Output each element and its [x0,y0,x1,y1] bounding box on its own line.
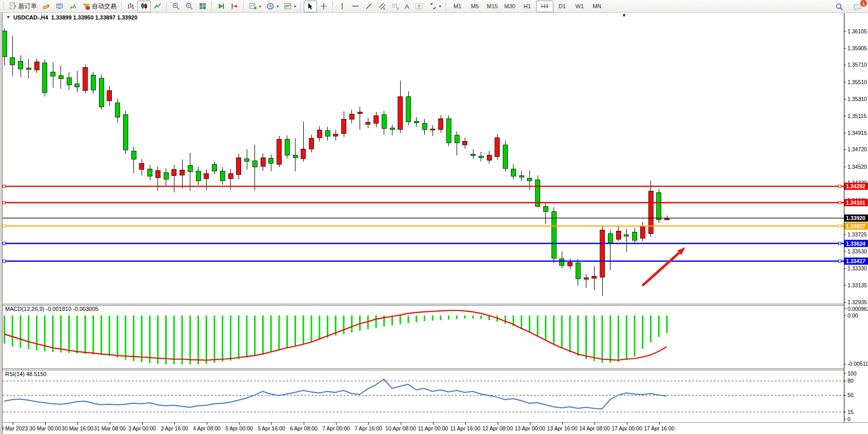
candle [382,114,386,128]
templates-button[interactable]: ▾ [281,1,299,12]
chevron-down-icon: ▾ [294,4,296,9]
candle [140,163,144,169]
timeframe-M1[interactable]: M1 [449,1,466,12]
line-handle[interactable] [839,260,841,263]
crosshair-tool-button[interactable] [317,1,330,12]
candle [414,121,419,123]
candlestick-chart-icon [140,2,148,10]
candle [252,161,257,167]
date-label: 3 Apr 00:00 [128,425,156,431]
arrows-tool[interactable]: ▾ [426,1,444,12]
auto-trading-button[interactable]: 自动交易 [80,1,119,12]
candle [358,112,362,113]
equidistant-channel-tool[interactable]: E [376,1,389,12]
line-handle[interactable] [839,202,841,204]
candle [471,154,476,155]
timeframe-M5[interactable]: M5 [466,1,484,12]
zoom-out-button[interactable] [183,1,196,12]
date-label: 11 Apr 16:00 [450,425,481,431]
zoom-in-button[interactable] [169,1,183,12]
timeframe-M15[interactable]: M15 [484,1,501,12]
auto-scroll-button[interactable] [214,1,228,12]
text-tool-icon: A [405,3,409,10]
price-chart[interactable]: 1.361051.359051.357101.355101.353101.351… [0,13,868,434]
tile-windows-button[interactable] [196,1,209,12]
line-handle[interactable] [3,242,6,245]
candle [592,276,597,278]
axis-tick-label: 1.35510 [847,79,867,85]
candle [91,75,95,90]
candle [463,141,467,145]
timeframe-H4[interactable]: H4 [536,1,554,12]
toolbar-separator [446,2,447,11]
price-label-text: 1.33624 [846,241,865,247]
timeframe-M30[interactable]: M30 [501,1,519,12]
date-label: 13 Apr 16:00 [547,425,578,431]
date-label: 29 Mar 2023 [0,425,28,431]
vertical-line-tool[interactable] [336,1,349,12]
timeframe-H1[interactable]: H1 [519,1,536,12]
candle [527,178,532,181]
axis-tick-label: 1.35905 [847,45,867,51]
chart-title: ▼ USDCAD-,H4 1.33899 1.33950 1.33897 1.3… [6,14,137,21]
price-label-text: 1.33920 [846,215,865,221]
candle [301,149,306,159]
axis-tick-label: 1.35310 [847,96,867,102]
indicators-button[interactable]: ▾ [246,1,264,12]
candle [26,68,31,69]
collapse-triangle-icon[interactable]: ▼ [6,15,10,19]
timeframe-W1[interactable]: W1 [571,1,588,12]
axis-tick-label: 1.33330 [847,265,867,271]
date-label: 10 Apr 08:00 [385,425,416,431]
profiles-button[interactable] [53,1,66,12]
line-handle[interactable] [3,202,6,204]
chart-shift-button[interactable] [228,1,241,12]
line-handle[interactable] [839,185,841,188]
candle [245,159,249,161]
candle [439,119,443,129]
indicators-icon [249,2,257,10]
trendline-tool[interactable] [362,1,376,12]
new-order-button[interactable]: 新订单 [6,1,40,12]
fibonacci-tool[interactable]: F [389,1,402,12]
line-handle[interactable] [839,225,841,227]
horizontal-line-tool[interactable] [349,1,362,12]
toolbar-grip[interactable] [3,2,5,11]
date-label: 30 Mar 16:00 [62,425,93,431]
date-label: 5 Apr 00:00 [225,425,253,431]
candle [325,130,330,136]
line-handle[interactable] [3,225,6,227]
text-label-tool[interactable]: T [412,1,426,12]
date-label: 6 Apr 08:00 [290,425,318,431]
periods-button[interactable]: ▾ [264,1,281,12]
candle [600,230,605,277]
timeframe-MN[interactable]: MN [588,1,606,12]
chevron-down-icon: ▾ [277,4,279,9]
zoom-in-icon [172,2,180,10]
channel-icon: E [378,2,386,10]
candle [18,61,23,69]
axis-tick-label: 1.32935 [847,299,867,305]
notifications-button[interactable]: 1 [851,1,865,13]
styles-button[interactable] [40,1,53,12]
candle [2,31,7,56]
date-label: 13 Apr 00:00 [515,425,545,431]
axis-tick-label: 1.34520 [847,164,867,170]
search-button[interactable] [833,1,846,13]
line-chart-button[interactable] [151,1,164,12]
price-axis[interactable]: 1.361051.359051.357101.355101.353101.351… [844,13,868,422]
candle [34,62,39,70]
line-handle[interactable] [3,185,6,188]
line-handle[interactable] [3,260,6,263]
line-handle[interactable] [839,242,841,245]
toolbar-separator [166,2,167,11]
bar-chart-icon [127,2,135,10]
window-left-edge [0,13,3,434]
text-tool[interactable]: A [402,1,412,12]
signal-button[interactable] [66,1,80,12]
bar-chart-button[interactable] [124,1,137,12]
cursor-tool-button[interactable] [304,1,317,12]
candlestick-chart-button[interactable] [137,1,151,12]
timeframe-D1[interactable]: D1 [554,1,571,12]
crayon-icon [42,2,50,10]
